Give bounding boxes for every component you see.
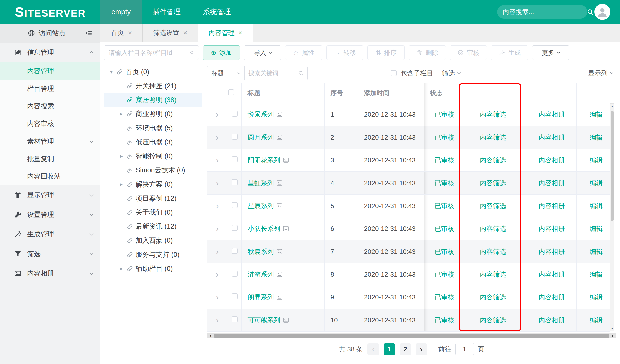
- page-number-button[interactable]: 2: [400, 343, 411, 355]
- vertical-scrollbar[interactable]: ▲ ▼: [610, 103, 614, 331]
- content-title-link[interactable]: 可可熊系列: [248, 316, 280, 325]
- add-button[interactable]: ⊕ 添加: [203, 45, 240, 60]
- close-tab-icon[interactable]: ×: [183, 29, 187, 37]
- content-title-link[interactable]: 圆月系列: [248, 133, 274, 142]
- topnav-item[interactable]: empty: [100, 0, 142, 24]
- content-album-link[interactable]: 内容相册: [539, 134, 565, 141]
- delete-button[interactable]: 删除: [409, 45, 446, 60]
- tree-node[interactable]: ▸ 加入西蒙 (0): [104, 233, 202, 248]
- content-album-link[interactable]: 内容相册: [539, 156, 565, 164]
- scroll-right-icon[interactable]: ▸: [610, 333, 616, 338]
- content-title-link[interactable]: 悦景系列: [248, 110, 274, 119]
- tree-node[interactable]: ▸ 服务与支持 (0): [104, 248, 202, 262]
- logo-area[interactable]: SITESERVER: [0, 0, 100, 24]
- content-album-link[interactable]: 内容相册: [539, 293, 565, 301]
- content-filter-link[interactable]: 内容筛选: [480, 202, 506, 210]
- row-expand-icon[interactable]: ›: [216, 292, 219, 302]
- content-title-link[interactable]: 小队长系列: [248, 224, 280, 233]
- content-filter-link[interactable]: 内容筛选: [480, 293, 506, 301]
- content-filter-link[interactable]: 内容筛选: [480, 316, 506, 324]
- expand-arrow-icon[interactable]: ▸: [116, 111, 127, 117]
- sidebar-subitem[interactable]: 内容回收站: [0, 168, 100, 185]
- tree-node[interactable]: ▸ 项目案例 (12): [104, 191, 202, 205]
- content-title-link[interactable]: 朗界系列: [248, 293, 274, 302]
- scroll-left-icon[interactable]: ◂: [207, 333, 213, 338]
- next-page-button[interactable]: ›: [416, 343, 427, 355]
- content-album-link[interactable]: 内容相册: [539, 316, 565, 324]
- row-expand-icon[interactable]: ›: [216, 269, 219, 279]
- content-album-link[interactable]: 内容相册: [539, 225, 565, 232]
- transfer-button[interactable]: → 转移: [326, 45, 363, 60]
- row-checkbox[interactable]: [232, 225, 238, 231]
- content-title-link[interactable]: 秋晨系列: [248, 247, 274, 256]
- edit-link[interactable]: 编辑: [590, 134, 603, 141]
- content-album-link[interactable]: 内容相册: [539, 202, 565, 210]
- content-title-link[interactable]: 星虹系列: [248, 179, 274, 188]
- content-album-link[interactable]: 内容相册: [539, 248, 565, 255]
- collapse-sidebar-icon[interactable]: [85, 29, 93, 37]
- content-title-link[interactable]: 涟漪系列: [248, 270, 274, 279]
- topnav-item[interactable]: 系统管理: [192, 0, 242, 24]
- content-filter-link[interactable]: 内容筛选: [480, 111, 506, 118]
- review-button[interactable]: 审核: [450, 45, 487, 60]
- tree-node[interactable]: ▸ 关于我们 (0): [104, 205, 202, 219]
- content-tab[interactable]: 首页 ×: [100, 24, 143, 42]
- generate-button[interactable]: 生成: [491, 45, 528, 60]
- vertical-scrollbar-thumb[interactable]: [611, 111, 614, 221]
- close-tab-icon[interactable]: ×: [128, 29, 132, 37]
- topnav-item[interactable]: 插件管理: [142, 0, 192, 24]
- sidebar-item-generate-management[interactable]: 生成管理: [0, 224, 100, 244]
- tree-root-node[interactable]: ▾ 首页 (0): [104, 65, 202, 79]
- sidebar-item-filter[interactable]: 筛选: [0, 244, 100, 264]
- tree-node[interactable]: ▸ 低压电器 (3): [104, 135, 202, 149]
- content-tab[interactable]: 筛选设置 ×: [143, 24, 198, 42]
- column-search[interactable]: [104, 45, 199, 60]
- field-select[interactable]: 标题: [207, 66, 245, 80]
- sidebar-subitem[interactable]: 素材管理: [0, 133, 100, 150]
- content-filter-link[interactable]: 内容筛选: [480, 156, 506, 164]
- visit-site-button[interactable]: 访问站点: [0, 24, 100, 43]
- goto-page-input[interactable]: [455, 343, 474, 355]
- edit-link[interactable]: 编辑: [590, 202, 603, 210]
- scroll-up-icon[interactable]: ▲: [610, 105, 614, 108]
- column-search-input[interactable]: [109, 49, 190, 56]
- horizontal-scrollbar-thumb[interactable]: [214, 334, 609, 338]
- keyword-input[interactable]: [248, 70, 298, 77]
- row-checkbox[interactable]: [232, 271, 238, 277]
- select-all-checkbox[interactable]: [228, 89, 234, 95]
- row-checkbox[interactable]: [232, 179, 238, 185]
- edit-link[interactable]: 编辑: [590, 156, 603, 164]
- sidebar-item-info-management[interactable]: 信息管理: [0, 43, 100, 62]
- edit-link[interactable]: 编辑: [590, 111, 603, 118]
- horizontal-scrollbar[interactable]: ◂ ▸: [207, 333, 616, 338]
- content-filter-link[interactable]: 内容筛选: [480, 179, 506, 187]
- close-tab-icon[interactable]: ×: [238, 29, 242, 37]
- columns-dropdown[interactable]: 显示列: [588, 69, 613, 78]
- content-album-link[interactable]: 内容相册: [539, 179, 565, 187]
- sidebar-item-settings-management[interactable]: 设置管理: [0, 205, 100, 224]
- row-checkbox[interactable]: [232, 156, 238, 162]
- expand-arrow-icon[interactable]: ▸: [116, 265, 127, 272]
- import-button[interactable]: 导入: [244, 45, 281, 60]
- row-expand-icon[interactable]: ›: [216, 109, 219, 119]
- row-checkbox[interactable]: [232, 202, 238, 208]
- row-expand-icon[interactable]: ›: [216, 178, 219, 188]
- tree-node[interactable]: ▸ 智能控制 (0): [104, 149, 202, 163]
- edit-link[interactable]: 编辑: [590, 293, 603, 301]
- sort-button[interactable]: ⇅ 排序: [367, 45, 405, 60]
- tree-node[interactable]: ▸ 最新资讯 (12): [104, 219, 202, 233]
- keyword-search[interactable]: [245, 66, 307, 80]
- edit-link[interactable]: 编辑: [590, 225, 603, 232]
- sidebar-subitem[interactable]: 内容管理: [0, 62, 100, 80]
- row-checkbox[interactable]: [232, 134, 238, 140]
- content-tab[interactable]: 内容管理 ×: [198, 24, 253, 42]
- global-search[interactable]: [497, 5, 587, 19]
- filter-dropdown[interactable]: 筛选: [442, 69, 460, 78]
- edit-link[interactable]: 编辑: [590, 248, 603, 255]
- sidebar-item-display-management[interactable]: 显示管理: [0, 185, 100, 205]
- row-expand-icon[interactable]: ›: [216, 155, 219, 165]
- tree-node[interactable]: ▸ 家居照明 (38): [104, 93, 202, 107]
- row-checkbox[interactable]: [232, 293, 238, 299]
- row-expand-icon[interactable]: ›: [216, 224, 219, 233]
- sidebar-subitem[interactable]: 内容搜索: [0, 97, 100, 115]
